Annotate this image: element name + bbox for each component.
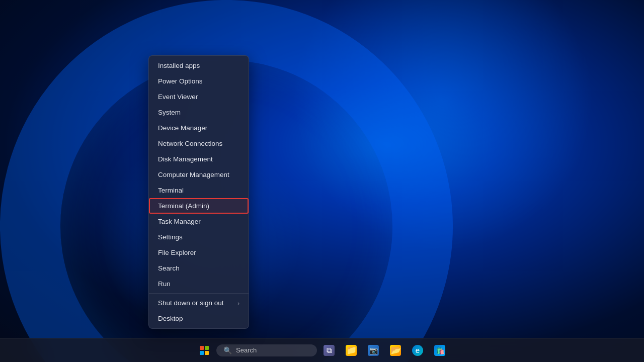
menu-item-terminal[interactable]: Terminal [149,183,249,198]
menu-item-disk-management[interactable]: Disk Management [149,151,249,167]
taskbar-search-label: Search [236,346,257,354]
menu-item-installed-apps[interactable]: Installed apps [149,58,249,73]
menu-item-computer-management[interactable]: Computer Management [149,167,249,183]
menu-item-terminal-admin[interactable]: Terminal (Admin) [149,198,249,214]
menu-item-search[interactable]: Search [149,260,249,276]
context-menu: Installed appsPower OptionsEvent ViewerS… [148,55,249,329]
explorer-button[interactable]: 📂 [385,340,406,360]
desktop-background [0,0,644,362]
edge-button[interactable]: e [408,340,428,360]
store-button[interactable]: 🛍️ [430,340,450,360]
edge-icon: e [412,345,423,356]
search-icon: 🔍 [223,346,232,354]
chevron-right-icon: › [237,300,239,306]
folder-icon: 📁 [346,345,357,356]
taskbar: 🔍 Search ⧉ 📁 📷 📂 e 🛍️ [0,338,644,362]
windows-logo-icon [200,346,209,355]
menu-item-system[interactable]: System [149,105,249,120]
file-explorer-button[interactable]: 📁 [341,340,361,360]
taskbar-search[interactable]: 🔍 Search [216,344,317,356]
camera-icon: 📷 [368,345,379,356]
menu-item-device-manager[interactable]: Device Manager [149,120,249,136]
store-icon: 🛍️ [434,345,445,356]
menu-item-event-viewer[interactable]: Event Viewer [149,89,249,105]
menu-item-desktop[interactable]: Desktop [149,311,249,326]
menu-item-shut-down[interactable]: Shut down or sign out› [149,295,249,311]
widgets-button[interactable]: ⧉ [319,340,339,360]
menu-item-task-manager[interactable]: Task Manager [149,214,249,229]
start-button[interactable] [194,340,214,360]
menu-item-run[interactable]: Run [149,276,249,292]
widgets-icon: ⧉ [324,345,335,356]
menu-item-power-options[interactable]: Power Options [149,73,249,89]
explorer-icon: 📂 [390,345,401,356]
menu-item-file-explorer[interactable]: File Explorer [149,245,249,260]
menu-item-network-connections[interactable]: Network Connections [149,136,249,151]
menu-item-settings[interactable]: Settings [149,229,249,245]
camera-button[interactable]: 📷 [363,340,383,360]
